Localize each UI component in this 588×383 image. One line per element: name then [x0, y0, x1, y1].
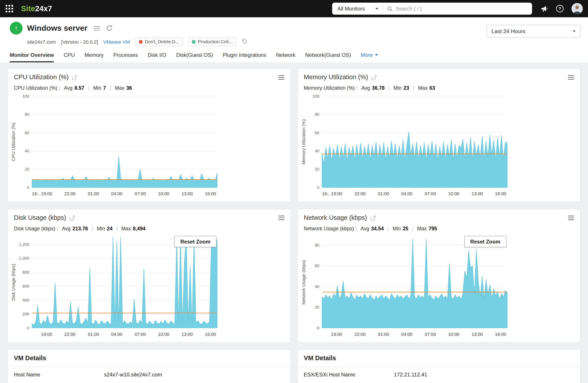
- expand-chart-icon[interactable]: [70, 215, 75, 221]
- chevron-down-icon: [573, 30, 576, 32]
- refresh-icon[interactable]: [106, 25, 113, 32]
- expand-chart-icon[interactable]: [370, 215, 376, 221]
- svg-text:100: 100: [22, 94, 29, 99]
- topbar-actions: ?: [540, 3, 583, 14]
- cpu-stats-line: CPU Utilization (%) : Avg8.57 | Min7 | M…: [8, 82, 290, 91]
- tab-monitor-overview[interactable]: Monitor Overview: [10, 52, 54, 62]
- site24x7-logo[interactable]: Site24x7: [21, 4, 52, 13]
- svg-text:22:00: 22:00: [64, 191, 75, 196]
- tab-disk-io[interactable]: Disk I/O: [148, 52, 166, 62]
- tab-more-label: More: [361, 52, 373, 58]
- disk-usage-chart[interactable]: 02004006008001,0001,20019:0022:0001:0004…: [10, 234, 220, 339]
- vm-detail-row: ESX/ESXi Host Name 172.21.112.41: [298, 366, 580, 383]
- svg-text:07:00: 07:00: [135, 332, 146, 337]
- svg-text:10:00: 10:00: [448, 191, 459, 196]
- tag-production[interactable]: Production:Criti...: [188, 37, 236, 46]
- svg-text:01:00: 01:00: [378, 332, 389, 337]
- monitor-domain: site24x7.com: [27, 39, 56, 44]
- max-value: 36: [126, 85, 132, 91]
- tag-icon[interactable]: [242, 39, 248, 44]
- svg-text:0: 0: [27, 326, 29, 330]
- divider: [383, 5, 383, 12]
- separator: |: [92, 226, 93, 231]
- tab-cpu[interactable]: CPU: [64, 52, 75, 62]
- svg-text:22:00: 22:00: [354, 332, 365, 337]
- tag-color-swatch: [139, 40, 142, 43]
- svg-text:16:00: 16:00: [495, 332, 506, 337]
- tab-network[interactable]: Network: [276, 52, 295, 62]
- svg-text:0: 0: [317, 326, 319, 330]
- svg-text:19:00: 19:00: [331, 191, 342, 196]
- svg-text:16:..: 16:..: [32, 191, 41, 196]
- disk-usage-card: Disk Usage (kbps) Disk Usage (kbps) : Av…: [7, 209, 291, 343]
- svg-text:04:00: 04:00: [401, 332, 412, 337]
- svg-text:40: 40: [315, 284, 319, 289]
- svg-text:07:00: 07:00: [424, 332, 436, 337]
- vm-detail-label: Host Name: [14, 372, 104, 378]
- logo-24x7: 24x7: [35, 4, 52, 13]
- network-usage-chart[interactable]: 02040608019:0022:0001:0004:0007:0010:001…: [300, 234, 510, 339]
- svg-text:10:00: 10:00: [158, 191, 169, 196]
- tab-disk-guest-os[interactable]: Disk(Guest OS): [176, 52, 213, 62]
- vm-detail-value: 172.21.112.41: [394, 372, 427, 378]
- memory-utilization-chart[interactable]: 02040608010016:..19:0022:0001:0004:0007:…: [300, 93, 510, 199]
- svg-text:04:00: 04:00: [401, 191, 412, 196]
- svg-text:19:00: 19:00: [331, 332, 342, 337]
- tab-more[interactable]: More: [361, 52, 378, 62]
- global-search-container: All Monitors: [332, 3, 532, 15]
- min-value: 25: [403, 226, 408, 231]
- apps-grid-icon[interactable]: [5, 5, 14, 13]
- cpu-utilization-chart[interactable]: 02040608010016:..19:0022:0001:0004:0007:…: [10, 93, 220, 199]
- stat-label: Disk Usage (kbps) :: [14, 226, 58, 231]
- separator: |: [116, 226, 118, 231]
- tab-plugin-integrations[interactable]: Plugin Integrations: [223, 52, 266, 62]
- min-label: Min: [393, 85, 401, 91]
- tab-network-guest-os[interactable]: Network(Guest OS): [305, 52, 351, 62]
- max-label: Max: [115, 85, 125, 91]
- announcements-icon[interactable]: [540, 5, 548, 12]
- svg-text:80: 80: [315, 243, 319, 247]
- disk-chart-title: Disk Usage (kbps): [14, 214, 66, 222]
- chevron-down-icon: [375, 8, 378, 10]
- vm-detail-label: ESX/ESXi Host Name: [304, 372, 394, 378]
- tab-memory[interactable]: Memory: [84, 52, 104, 62]
- svg-text:20: 20: [25, 167, 29, 172]
- svg-text:60: 60: [25, 131, 29, 135]
- network-chart-title: Network Usage (kbps): [304, 214, 367, 222]
- reset-zoom-button[interactable]: Reset Zoom: [174, 236, 217, 247]
- chart-menu-icon[interactable]: [278, 216, 284, 220]
- expand-chart-icon[interactable]: [371, 75, 377, 80]
- separator: |: [110, 85, 111, 91]
- avg-label: Avg: [62, 226, 70, 231]
- svg-text:19:00: 19:00: [41, 332, 52, 337]
- svg-text:60: 60: [315, 263, 319, 268]
- monitor-header: ↑ Windows server site24x7.com [Version -…: [0, 17, 588, 46]
- stat-label: Memory Utilization (%) :: [304, 85, 358, 91]
- network-usage-card: Network Usage (kbps) Network Usage (kbps…: [297, 209, 580, 343]
- separator: |: [413, 85, 414, 91]
- vmware-vm-link[interactable]: VMware VM: [103, 39, 130, 44]
- svg-text:80: 80: [315, 112, 319, 117]
- svg-text:19:00: 19:00: [41, 191, 52, 196]
- cpu-utilization-card: CPU Utilization (%) CPU Utilization (%) …: [7, 68, 291, 202]
- max-label: Max: [121, 226, 131, 231]
- svg-text:13:00: 13:00: [181, 332, 193, 337]
- chart-menu-icon[interactable]: [278, 75, 284, 80]
- user-avatar[interactable]: [571, 3, 583, 14]
- min-value: 24: [107, 226, 113, 231]
- help-icon[interactable]: ?: [556, 5, 564, 13]
- tag-dont-delete[interactable]: Don't_Delete:D...: [135, 37, 183, 46]
- time-range-dropdown[interactable]: Last 24 Hours: [487, 25, 581, 38]
- tab-processes[interactable]: Processes: [113, 52, 138, 62]
- svg-text:22:00: 22:00: [354, 191, 365, 196]
- monitor-title: Windows server: [27, 24, 87, 33]
- search-input[interactable]: [393, 6, 532, 12]
- reset-zoom-button[interactable]: Reset Zoom: [464, 236, 506, 247]
- svg-text:0: 0: [27, 185, 29, 190]
- monitor-menu-icon[interactable]: [93, 26, 100, 30]
- expand-chart-icon[interactable]: [72, 75, 78, 80]
- chart-menu-icon[interactable]: [568, 75, 574, 80]
- tag-label: Production:Criti...: [198, 39, 232, 44]
- chart-menu-icon[interactable]: [568, 216, 574, 220]
- monitors-scope-dropdown[interactable]: All Monitors: [332, 6, 383, 12]
